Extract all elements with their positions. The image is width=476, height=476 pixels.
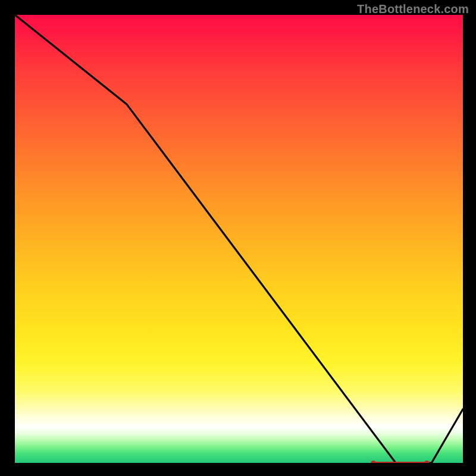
- watermark-text: TheBottleneck.com: [357, 2, 469, 16]
- optimal-range-markers: [15, 15, 463, 463]
- marker-end: [424, 461, 430, 464]
- plot-area: [15, 15, 463, 463]
- marker-bar: [373, 462, 427, 464]
- chart-canvas: TheBottleneck.com: [0, 0, 476, 476]
